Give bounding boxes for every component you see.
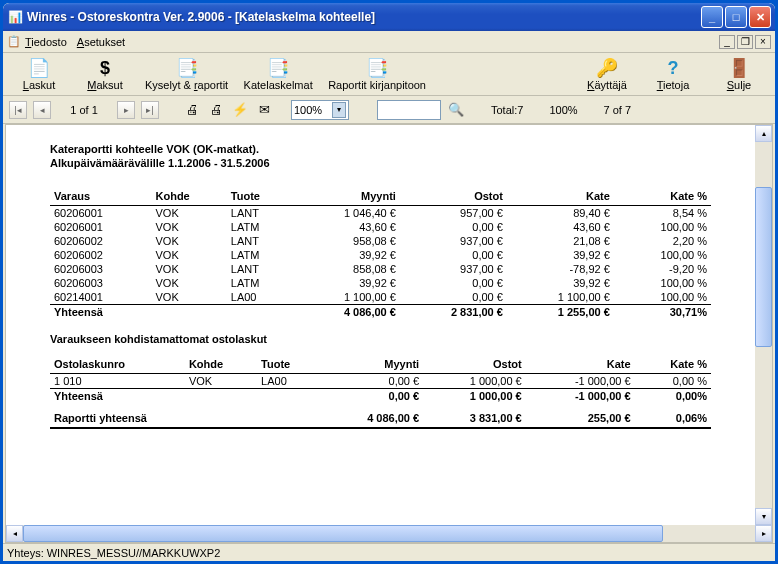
mdi-close-button[interactable]: ×	[755, 35, 771, 49]
connection-status: Yhteys: WINRES_MESSU//MARKKUWXP2	[7, 547, 220, 559]
title-bar: 📊 Winres - Ostoreskontra Ver. 2.9006 - […	[3, 3, 775, 31]
toolbar-kyselyt[interactable]: 📑Kyselyt & raportit	[141, 55, 232, 93]
minimize-button[interactable]: _	[701, 6, 723, 28]
report-subtitle: Alkupäivämäärävälille 1.1.2006 - 31.5.20…	[50, 157, 711, 169]
table-row: 1 010VOKLA000,00 €1 000,00 €-1 000,00 €0…	[50, 374, 711, 389]
report-toolbar: |◂ ◂ 1 of 1 ▸ ▸| 🖨 🖨 ⚡ ✉ 100%▾ 🔍 Total:7…	[3, 96, 775, 124]
search-button[interactable]: 🔍	[447, 101, 465, 119]
search-input[interactable]	[377, 100, 441, 120]
table-row: 60206001VOKLATM43,60 €0,00 €43,60 €100,0…	[50, 220, 711, 234]
export-button[interactable]: ✉	[255, 101, 273, 119]
refresh-button[interactable]: ⚡	[231, 101, 249, 119]
chevron-down-icon: ▾	[332, 102, 346, 118]
scroll-down-button[interactable]: ▾	[755, 508, 772, 525]
window-title: Winres - Ostoreskontra Ver. 2.9006 - [Ka…	[27, 10, 699, 24]
toolbar-kayttaja[interactable]: 🔑Käyttäjä	[577, 55, 637, 93]
zoom-select[interactable]: 100%▾	[291, 100, 349, 120]
payments-icon: $	[100, 57, 110, 79]
report-viewport: Kateraportti kohteelle VOK (OK-matkat). …	[5, 124, 773, 543]
table-row: 60206003VOKLATM39,92 €0,00 €39,92 €100,0…	[50, 276, 711, 290]
scroll-thumb-h[interactable]	[23, 525, 663, 542]
menu-bar: 📋 Tiedosto Asetukset _ ❐ ×	[3, 31, 775, 53]
status-bar: Yhteys: WINRES_MESSU//MARKKUWXP2	[3, 543, 775, 561]
toolbar-laskut[interactable]: 📄Laskut	[9, 55, 69, 93]
report-table-2: OstolaskunroKohdeTuoteMyyntiOstotKateKat…	[50, 355, 711, 429]
close-button[interactable]: ✕	[749, 6, 771, 28]
report-table-1: VarausKohdeTuoteMyyntiOstotKateKate % 60…	[50, 187, 711, 319]
print-button[interactable]: 🖨	[183, 101, 201, 119]
table-row: 60214001VOKLA001 100,00 €0,00 €1 100,00 …	[50, 290, 711, 305]
app-icon: 📊	[7, 9, 23, 25]
printer-setup-button[interactable]: 🖨	[207, 101, 225, 119]
user-icon: 🔑	[596, 57, 618, 79]
table-row: 60206003VOKLANT858,08 €937,00 €-78,92 €-…	[50, 262, 711, 276]
maximize-button[interactable]: □	[725, 6, 747, 28]
nav-prev-button[interactable]: ◂	[33, 101, 51, 119]
accounting-icon: 📑	[366, 57, 388, 79]
report-title: Kateraportti kohteelle VOK (OK-matkat).	[50, 143, 711, 155]
scroll-left-button[interactable]: ◂	[6, 525, 23, 542]
table-row: 60206002VOKLATM39,92 €0,00 €39,92 €100,0…	[50, 248, 711, 262]
mdi-restore-button[interactable]: ❐	[737, 35, 753, 49]
toolbar-sulje[interactable]: 🚪Sulje	[709, 55, 769, 93]
page-indicator: 1 of 1	[57, 104, 111, 116]
record-range: 7 of 7	[604, 104, 632, 116]
horizontal-scrollbar[interactable]: ◂ ▸	[6, 525, 772, 542]
toolbar-katelaskelmat[interactable]: 📑Katelaskelmat	[238, 55, 318, 93]
toolbar-maksut[interactable]: $Maksut	[75, 55, 135, 93]
menu-asetukset[interactable]: Asetukset	[77, 36, 125, 48]
exit-icon: 🚪	[728, 57, 750, 79]
table-row: 60206001VOKLANT1 046,40 €957,00 €89,40 €…	[50, 206, 711, 221]
menu-icon: 📋	[7, 35, 21, 49]
table-row: 60206002VOKLANT958,08 €937,00 €21,08 €2,…	[50, 234, 711, 248]
toolbar-raportit[interactable]: 📑Raportit kirjanpitoon	[324, 55, 430, 93]
report-content: Kateraportti kohteelle VOK (OK-matkat). …	[6, 125, 755, 525]
help-icon: ?	[668, 57, 679, 79]
scroll-up-button[interactable]: ▴	[755, 125, 772, 142]
scroll-thumb[interactable]	[755, 187, 772, 347]
toolbar: 📄Laskut $Maksut 📑Kyselyt & raportit 📑Kat…	[3, 53, 775, 96]
toolbar-tietoja[interactable]: ?Tietoja	[643, 55, 703, 93]
vertical-scrollbar[interactable]: ▴ ▾	[755, 125, 772, 525]
total-label: Total:7	[491, 104, 523, 116]
margin-icon: 📑	[267, 57, 289, 79]
menu-tiedosto[interactable]: Tiedosto	[25, 36, 67, 48]
reports-icon: 📑	[176, 57, 198, 79]
nav-first-button[interactable]: |◂	[9, 101, 27, 119]
subheading: Varaukseen kohdistamattomat ostolaskut	[50, 333, 711, 345]
mdi-minimize-button[interactable]: _	[719, 35, 735, 49]
invoices-icon: 📄	[28, 57, 50, 79]
zoom-pct: 100%	[549, 104, 577, 116]
scroll-right-button[interactable]: ▸	[755, 525, 772, 542]
nav-next-button[interactable]: ▸	[117, 101, 135, 119]
nav-last-button[interactable]: ▸|	[141, 101, 159, 119]
